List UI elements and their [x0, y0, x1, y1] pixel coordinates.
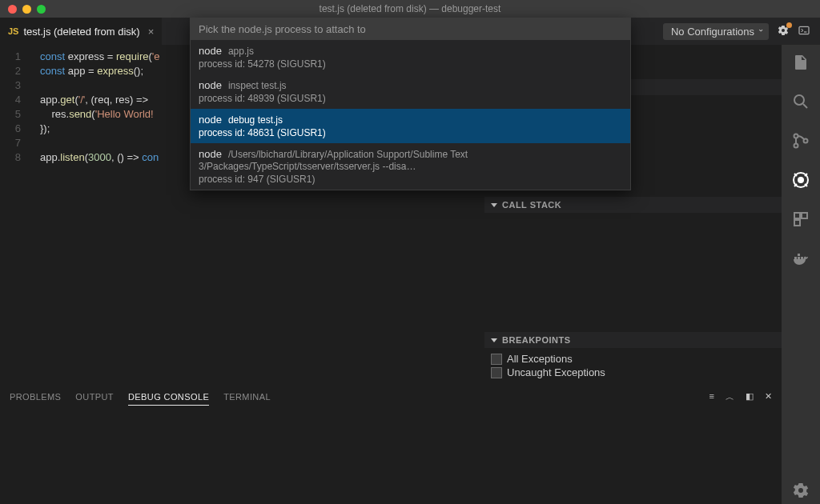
- svg-rect-11: [798, 257, 800, 259]
- svg-rect-9: [794, 220, 800, 226]
- close-tab-icon[interactable]: ×: [148, 26, 155, 38]
- tab-terminal[interactable]: TERMINAL: [223, 389, 271, 405]
- config-warning-dot: [786, 22, 792, 28]
- tab-problems[interactable]: PROBLEMS: [10, 389, 61, 405]
- debug-toolbar: No Configurations: [653, 18, 820, 45]
- picker-list: nodeapp.jsprocess id: 54278 (SIGUSR1)nod…: [191, 40, 630, 190]
- tab-output[interactable]: OUTPUT: [75, 389, 114, 405]
- panel-tabs: PROBLEMS OUTPUT DEBUG CONSOLE TERMINAL ≡…: [0, 385, 782, 409]
- filter-icon[interactable]: ≡: [709, 391, 714, 403]
- docker-icon[interactable]: [791, 249, 810, 270]
- breakpoints-header: BREAKPOINTS: [502, 335, 571, 345]
- svg-point-2: [794, 134, 798, 138]
- source-control-icon[interactable]: [791, 131, 810, 153]
- svg-rect-10: [794, 257, 797, 259]
- chevron-down-icon: [491, 338, 497, 342]
- callstack-section[interactable]: CALL STACK: [484, 196, 782, 331]
- bp-uncaught-exceptions[interactable]: Uncaught Exceptions: [491, 366, 775, 378]
- tab-debug-console[interactable]: DEBUG CONSOLE: [128, 389, 209, 406]
- process-picker: Pick the node.js process to attach to no…: [190, 18, 631, 190]
- js-file-icon: JS: [8, 26, 18, 36]
- picker-item[interactable]: nodeapp.jsprocess id: 54278 (SIGUSR1): [191, 40, 630, 74]
- window-title: test.js (deleted from disk) — debugger-t…: [0, 3, 820, 14]
- picker-input[interactable]: Pick the node.js process to attach to: [191, 18, 630, 40]
- debug-console-icon[interactable]: [798, 24, 810, 39]
- debug-icon[interactable]: [791, 170, 810, 192]
- chevron-down-icon: [491, 203, 497, 207]
- title-bar: test.js (deleted from disk) — debugger-t…: [0, 0, 820, 18]
- svg-point-1: [794, 95, 804, 105]
- svg-rect-13: [798, 254, 800, 256]
- debug-console-body[interactable]: ›: [0, 409, 782, 504]
- bp-all-exceptions[interactable]: All Exceptions: [491, 353, 775, 365]
- close-window-button[interactable]: [8, 5, 17, 14]
- extensions-icon[interactable]: [791, 210, 810, 231]
- search-icon[interactable]: [791, 92, 810, 114]
- picker-item[interactable]: nodeinspect test.jsprocess id: 48939 (SI…: [191, 74, 630, 109]
- traffic-lights: [0, 5, 46, 14]
- debug-config-dropdown[interactable]: No Configurations: [663, 23, 769, 40]
- callstack-header: CALL STACK: [502, 200, 561, 210]
- line-gutter: 12345678: [0, 50, 32, 165]
- picker-item[interactable]: node/Users/lbichard/Library/Application …: [191, 143, 630, 190]
- svg-rect-0: [799, 26, 809, 34]
- checkbox[interactable]: [491, 367, 502, 378]
- svg-point-6: [798, 178, 803, 182]
- panel-close-icon[interactable]: ✕: [765, 391, 772, 403]
- minimize-window-button[interactable]: [22, 5, 31, 14]
- bottom-panel: PROBLEMS OUTPUT DEBUG CONSOLE TERMINAL ≡…: [0, 385, 782, 504]
- maximize-window-button[interactable]: [37, 5, 46, 14]
- svg-rect-8: [802, 213, 807, 218]
- explorer-icon[interactable]: [791, 53, 810, 74]
- svg-point-4: [804, 139, 808, 143]
- picker-item[interactable]: nodedebug test.jsprocess id: 48631 (SIGU…: [191, 109, 630, 143]
- editor-tab[interactable]: JS test.js (deleted from disk) ×: [0, 18, 162, 45]
- chevron-up-icon[interactable]: ︿: [726, 391, 734, 403]
- svg-point-3: [794, 144, 798, 148]
- svg-rect-7: [794, 213, 800, 218]
- settings-icon[interactable]: [791, 481, 810, 502]
- tab-label: test.js (deleted from disk): [23, 26, 139, 38]
- activity-bar: [782, 45, 820, 504]
- breakpoints-section[interactable]: BREAKPOINTS All Exceptions Uncaught Exce…: [484, 331, 782, 385]
- gear-icon[interactable]: [777, 24, 790, 39]
- svg-rect-12: [801, 257, 803, 259]
- checkbox[interactable]: [491, 354, 502, 365]
- panel-maximize-icon[interactable]: ◧: [746, 391, 754, 403]
